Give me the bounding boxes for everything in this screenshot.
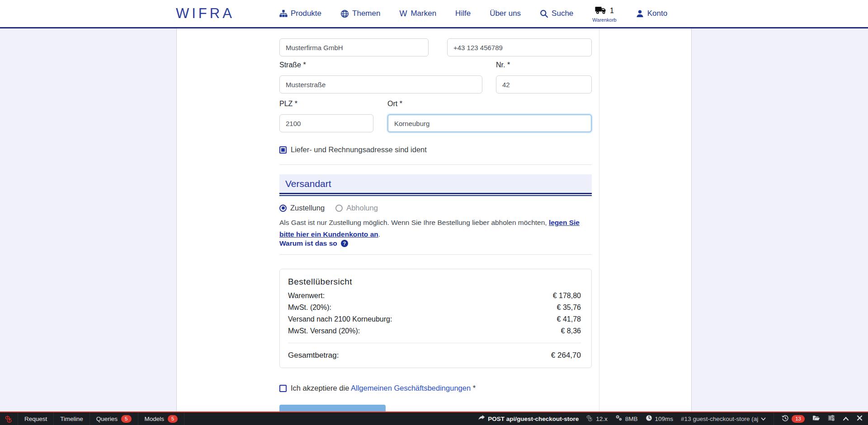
agb-checkbox[interactable] — [279, 385, 287, 392]
time-text: 109ms — [655, 416, 674, 422]
summary-row-label: Warenwert: — [288, 292, 325, 300]
nav-item-marken[interactable]: W Marken — [399, 9, 436, 19]
nav-item-label: Suche — [552, 9, 573, 18]
main-navigation: Produkte Themen W Marken Hilfe Über uns — [279, 0, 667, 27]
company-field[interactable] — [279, 38, 429, 56]
summary-row: Warenwert: € 178,80 — [288, 290, 581, 302]
submit-order-button[interactable] — [279, 405, 386, 411]
nav-item-label: Themen — [352, 9, 380, 18]
laravel-logo-icon[interactable] — [0, 412, 18, 425]
guest-note-text: Als Gast ist nur Zustellung möglich. Wen… — [279, 219, 549, 226]
debug-route-selector[interactable]: #13 guest-checkout-store (aj — [681, 416, 766, 422]
debug-tab-models[interactable]: Models 5 — [138, 412, 185, 425]
debug-separator — [774, 412, 774, 425]
nav-item-label: Hilfe — [455, 9, 471, 18]
w-icon: W — [399, 9, 407, 19]
sliders-icon — [828, 415, 835, 423]
summary-row: MwSt. Versand (20%): € 8,36 — [288, 325, 581, 337]
debug-tab-label: Queries — [96, 416, 118, 422]
debug-tab-request[interactable]: Request — [18, 412, 54, 425]
debug-version-item: 12.x — [586, 415, 608, 423]
debug-status-area: POST api/guest-checkout-store 12.x 8 — [478, 412, 868, 425]
agb-link[interactable]: Allgemeinen Geschäftsbedingungen — [351, 384, 471, 392]
radio-option-zustellung[interactable]: Zustellung — [279, 204, 325, 212]
plz-label: PLZ * — [279, 100, 297, 108]
ort-field[interactable] — [387, 114, 592, 132]
column-divider — [599, 28, 599, 411]
street-label: Straße * — [279, 61, 306, 69]
brand-logo[interactable]: WIFRA — [176, 0, 235, 27]
close-icon — [857, 415, 863, 422]
account-button[interactable]: Konto — [636, 9, 667, 18]
globe-icon — [340, 9, 349, 18]
cart-count: 1 — [610, 7, 614, 14]
phone-field[interactable] — [447, 38, 592, 56]
person-icon — [636, 9, 644, 18]
same-address-checkbox[interactable] — [279, 146, 287, 154]
summary-row-label: Versand nach 2100 Korneuburg: — [288, 315, 392, 323]
debug-time-item: 109ms — [646, 415, 674, 423]
same-address-label: Liefer- und Rechnungsadresse sind ident — [291, 145, 427, 154]
radio-selected-icon — [279, 205, 287, 212]
banner-underline-thin — [279, 195, 592, 196]
shipping-section-title: Versandart — [279, 174, 592, 193]
debug-settings-button[interactable] — [828, 415, 835, 423]
queries-count-badge: 5 — [121, 415, 131, 423]
agb-text: Ich akzeptiere die Allgemeinen Geschäfts… — [291, 384, 476, 392]
guest-note: Als Gast ist nur Zustellung möglich. Wen… — [279, 217, 596, 240]
debug-memory-item: 8MB — [615, 415, 638, 423]
checkout-content: Straße * Nr. * PLZ * Ort * Liefer- und R… — [176, 28, 692, 411]
nav-item-produkte[interactable]: Produkte — [279, 9, 321, 18]
guest-note-end: . — [378, 230, 380, 238]
divider — [279, 164, 592, 165]
nav-item-label: Produkte — [291, 9, 321, 18]
question-icon[interactable]: ? — [341, 240, 348, 247]
request-method-text: POST api/guest-checkout-store — [488, 416, 579, 422]
nav-item-themen[interactable]: Themen — [340, 9, 380, 18]
nav-item-label: Über uns — [490, 9, 521, 18]
summary-row-value: € 178,80 — [553, 292, 581, 300]
banner-underline-thick — [279, 193, 592, 194]
nr-label: Nr. * — [496, 61, 510, 69]
search-icon — [540, 9, 548, 18]
agb-suffix: * — [471, 384, 476, 392]
debug-request-item: POST api/guest-checkout-store — [478, 415, 579, 423]
debug-history-button[interactable]: 13 — [782, 415, 805, 423]
agb-text-before: Ich akzeptiere die — [291, 384, 351, 392]
nr-field[interactable] — [496, 75, 592, 93]
chevron-up-icon — [843, 416, 849, 422]
clock-icon — [646, 415, 652, 423]
debug-open-button[interactable] — [812, 415, 820, 423]
history-icon — [782, 415, 789, 423]
top-navbar: WIFRA Produkte T — [0, 0, 868, 28]
debug-tab-label: Timeline — [60, 416, 83, 422]
divider — [279, 254, 592, 255]
nav-item-ueber-uns[interactable]: Über uns — [490, 9, 521, 18]
nav-item-label: Konto — [647, 9, 667, 18]
summary-row: Versand nach 2100 Korneuburg: € 41,78 — [288, 313, 581, 325]
shipping-options: Zustellung Abholung — [279, 204, 378, 212]
debug-minimize-button[interactable] — [843, 416, 849, 422]
radio-option-abholung[interactable]: Abholung — [335, 204, 378, 212]
why-row[interactable]: Warum ist das so ? — [279, 239, 348, 248]
plz-field[interactable] — [279, 114, 373, 132]
total-value: € 264,70 — [551, 351, 581, 360]
debug-tab-label: Models — [145, 416, 165, 422]
order-summary-card: Bestellübersicht Warenwert: € 178,80 MwS… — [279, 269, 592, 368]
cart-button[interactable]: 1 Warenkorb — [592, 6, 616, 23]
debug-tab-timeline[interactable]: Timeline — [54, 412, 90, 425]
truck-icon — [595, 6, 607, 16]
order-summary-title: Bestellübersicht — [288, 277, 352, 287]
nav-item-hilfe[interactable]: Hilfe — [455, 9, 471, 18]
street-field[interactable] — [279, 75, 482, 93]
debug-tab-queries[interactable]: Queries 5 — [90, 412, 138, 425]
radio-label: Zustellung — [290, 204, 325, 212]
memory-text: 8MB — [625, 416, 638, 422]
folder-open-icon — [812, 415, 820, 423]
share-icon — [478, 415, 485, 423]
debug-close-button[interactable] — [857, 415, 863, 422]
history-count-badge: 13 — [792, 415, 805, 423]
debug-toolbar: Request Timeline Queries 5 Models 5 POST… — [0, 411, 868, 425]
summary-row-value: € 35,76 — [557, 304, 581, 312]
nav-item-suche[interactable]: Suche — [540, 9, 573, 18]
